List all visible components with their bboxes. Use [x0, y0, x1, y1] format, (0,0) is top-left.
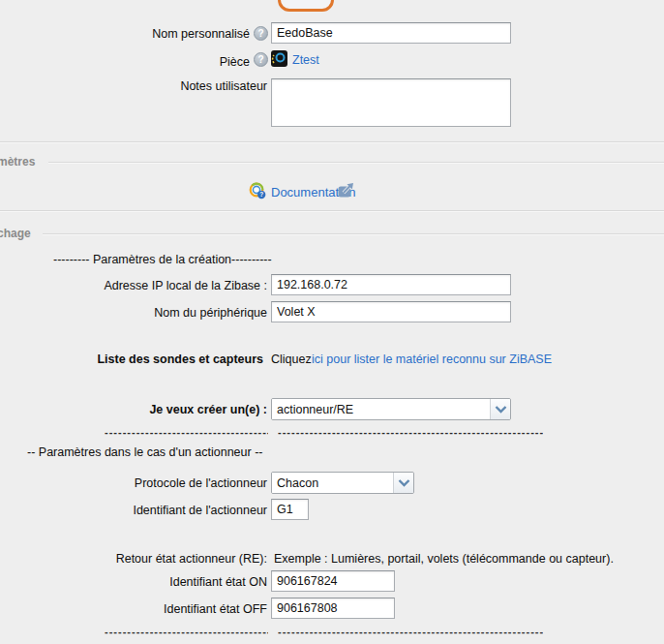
sensors-list-link[interactable]: ici pour lister le matériel reconnu sur … [312, 353, 552, 366]
protocol-select[interactable]: Chacon [271, 472, 414, 494]
dashed-separator: ----------------------------------------… [105, 626, 543, 637]
help-icon[interactable]: ? [254, 52, 268, 67]
device-name-label: Nom du périphérique [0, 306, 267, 320]
orange-highlight-button[interactable] [278, 0, 334, 12]
chevron-down-icon [490, 399, 510, 419]
legend-rule [43, 233, 664, 234]
creation-params-header: --------- Paramètres de la création-----… [53, 253, 272, 266]
documentation-logo-icon[interactable]: ? [249, 182, 266, 199]
svg-text:?: ? [259, 191, 263, 198]
room-label: Pièce [0, 55, 250, 69]
user-notes-textarea[interactable] [271, 78, 511, 127]
state-on-id-label: Identifiant état ON [0, 575, 267, 589]
room-thumbnail-icon[interactable] [271, 50, 287, 67]
create-type-select[interactable]: actionneur/RE [271, 398, 511, 420]
custom-name-input[interactable] [271, 22, 511, 44]
parametres-section-legend: mètres [0, 155, 35, 169]
legend-rule [48, 162, 664, 163]
state-off-id-input[interactable] [271, 598, 395, 619]
protocol-label: Protocole de l'actionneur [0, 476, 267, 490]
user-notes-label: Notes utilisateur [0, 79, 267, 93]
actuator-id-input[interactable] [271, 499, 309, 520]
device-name-input[interactable] [271, 301, 511, 322]
room-link[interactable]: Ztest [292, 53, 319, 67]
chevron-down-icon [393, 473, 413, 493]
custom-name-label: Nom personnalisé [0, 27, 250, 41]
affichage-section-legend: chage [0, 227, 31, 240]
create-type-selected-value: actionneur/RE [272, 399, 490, 419]
actuator-id-label: Identifiant de l'actionneur [0, 504, 267, 517]
dashed-separator: ----------------------------------------… [105, 426, 543, 438]
protocol-selected-value: Chacon [272, 473, 393, 493]
equipment-config-panel: Nom personnalisé ? Pièce ? Ztest Notes u… [0, 0, 664, 644]
state-off-id-label: Identifiant état OFF [0, 602, 267, 616]
actionneur-params-header: -- Paramètres dans le cas d'un actionneu… [27, 445, 262, 459]
state-feedback-hint: Exemple : Lumières, portail, volets (tél… [274, 552, 614, 566]
state-feedback-label: Retour état actionneur (RE): [0, 552, 267, 566]
sensors-list-prefix: Cliquez [271, 353, 312, 366]
create-type-label: Je veux créer un(e) : [0, 403, 267, 416]
external-link-icon[interactable] [338, 182, 355, 199]
section-divider [0, 210, 664, 211]
zibase-ip-input[interactable] [271, 274, 511, 295]
zibase-ip-label: Adresse IP local de la Zibase : [0, 279, 267, 292]
sensors-list-label: Liste des sondes et capteurs [0, 353, 263, 366]
help-icon[interactable]: ? [254, 26, 268, 41]
section-divider [0, 141, 664, 142]
state-on-id-input[interactable] [271, 570, 395, 592]
